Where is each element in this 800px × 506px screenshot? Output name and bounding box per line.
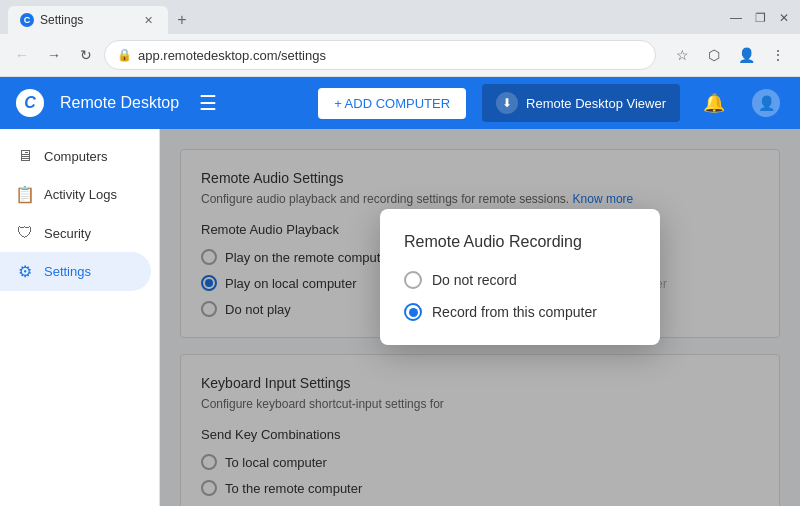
close-window-button[interactable]: ✕ bbox=[776, 10, 792, 26]
browser-action-icons: ☆ ⬡ 👤 ⋮ bbox=[668, 41, 792, 69]
sidebar-label-activity-logs: Activity Logs bbox=[44, 187, 117, 202]
sidebar-label-security: Security bbox=[44, 226, 91, 241]
sidebar-item-settings[interactable]: ⚙ Settings bbox=[0, 252, 151, 291]
keyboard-settings-title: Keyboard Input Settings bbox=[201, 375, 759, 391]
new-tab-button[interactable]: + bbox=[170, 8, 194, 32]
activity-logs-icon: 📋 bbox=[16, 185, 34, 204]
radio-local bbox=[201, 275, 217, 291]
keyboard-settings-description: Configure keyboard shortcut-input settin… bbox=[201, 397, 759, 411]
audio-settings-description: Configure audio playback and recording s… bbox=[201, 192, 759, 206]
security-icon: 🛡 bbox=[16, 224, 34, 242]
add-computer-button[interactable]: + ADD COMPUTER bbox=[318, 88, 466, 119]
active-tab[interactable]: C Settings ✕ bbox=[8, 6, 168, 34]
send-key-option-local[interactable]: To local computer bbox=[201, 454, 759, 470]
minimize-button[interactable]: — bbox=[728, 10, 744, 26]
popup-radio-group: Do not record Record from this computer bbox=[404, 271, 636, 321]
hamburger-menu[interactable]: ☰ bbox=[195, 87, 221, 119]
download-icon: ⬇ bbox=[496, 92, 518, 114]
forward-button[interactable]: → bbox=[40, 41, 68, 69]
user-profile-button[interactable]: 👤 bbox=[748, 85, 784, 121]
lock-icon: 🔒 bbox=[117, 48, 132, 62]
send-key-option-remote[interactable]: To the remote computer bbox=[201, 480, 759, 496]
bookmark-icon[interactable]: ☆ bbox=[668, 41, 696, 69]
logo-letter: C bbox=[24, 94, 36, 112]
viewer-button[interactable]: ⬇ Remote Desktop Viewer bbox=[482, 84, 680, 122]
main-layout: 🖥 Computers 📋 Activity Logs 🛡 Security ⚙… bbox=[0, 129, 800, 506]
browser-menu-icon[interactable]: ⋮ bbox=[764, 41, 792, 69]
maximize-button[interactable]: ❐ bbox=[752, 10, 768, 26]
radio-key-remote bbox=[201, 480, 217, 496]
browser-toolbar: ← → ↻ 🔒 app.remotedesktop.com/settings ☆… bbox=[0, 34, 800, 76]
settings-icon: ⚙ bbox=[16, 262, 34, 281]
sidebar-label-settings: Settings bbox=[44, 264, 91, 279]
app-container: C Remote Desktop ☰ + ADD COMPUTER ⬇ Remo… bbox=[0, 77, 800, 506]
tab-title: Settings bbox=[40, 13, 83, 27]
audio-settings-title: Remote Audio Settings bbox=[201, 170, 759, 186]
send-key-radio-group: To local computer To the remote computer… bbox=[201, 454, 759, 506]
avatar: 👤 bbox=[752, 89, 780, 117]
radio-remote bbox=[201, 249, 217, 265]
sidebar: 🖥 Computers 📋 Activity Logs 🛡 Security ⚙… bbox=[0, 129, 160, 506]
bell-button[interactable]: 🔔 bbox=[696, 85, 732, 121]
tab-bar: C Settings ✕ + — ❐ ✕ bbox=[0, 0, 800, 34]
extensions-icon[interactable]: ⬡ bbox=[700, 41, 728, 69]
popup-radio-no-record bbox=[404, 271, 422, 289]
popup-option-record-from-this[interactable]: Record from this computer bbox=[404, 303, 636, 321]
content-area: Remote Audio Settings Configure audio pl… bbox=[160, 129, 800, 506]
top-nav: C Remote Desktop ☰ + ADD COMPUTER ⬇ Remo… bbox=[0, 77, 800, 129]
radio-none bbox=[201, 301, 217, 317]
app-name: Remote Desktop bbox=[60, 94, 179, 112]
popup-option-do-not-record[interactable]: Do not record bbox=[404, 271, 636, 289]
sidebar-label-computers: Computers bbox=[44, 149, 108, 164]
browser-chrome: C Settings ✕ + — ❐ ✕ ← → ↻ 🔒 app.remoted… bbox=[0, 0, 800, 77]
refresh-button[interactable]: ↻ bbox=[72, 41, 100, 69]
tab-favicon: C bbox=[20, 13, 34, 27]
address-bar[interactable]: 🔒 app.remotedesktop.com/settings bbox=[104, 40, 656, 70]
popup-title: Remote Audio Recording bbox=[404, 233, 636, 251]
know-more-link[interactable]: Know more bbox=[573, 192, 634, 206]
address-text: app.remotedesktop.com/settings bbox=[138, 48, 643, 63]
back-button[interactable]: ← bbox=[8, 41, 36, 69]
profile-icon[interactable]: 👤 bbox=[732, 41, 760, 69]
keyboard-settings-section: Keyboard Input Settings Configure keyboa… bbox=[180, 354, 780, 506]
popup-radio-record-this bbox=[404, 303, 422, 321]
tab-close-button[interactable]: ✕ bbox=[140, 12, 156, 28]
sidebar-item-security[interactable]: 🛡 Security bbox=[0, 214, 151, 252]
sidebar-item-activity-logs[interactable]: 📋 Activity Logs bbox=[0, 175, 151, 214]
radio-key-local bbox=[201, 454, 217, 470]
send-key-title: Send Key Combinations bbox=[201, 427, 759, 442]
computers-icon: 🖥 bbox=[16, 147, 34, 165]
sidebar-item-computers[interactable]: 🖥 Computers bbox=[0, 137, 151, 175]
app-logo-icon: C bbox=[16, 89, 44, 117]
popup-card: Remote Audio Recording Do not record Rec… bbox=[380, 209, 660, 345]
